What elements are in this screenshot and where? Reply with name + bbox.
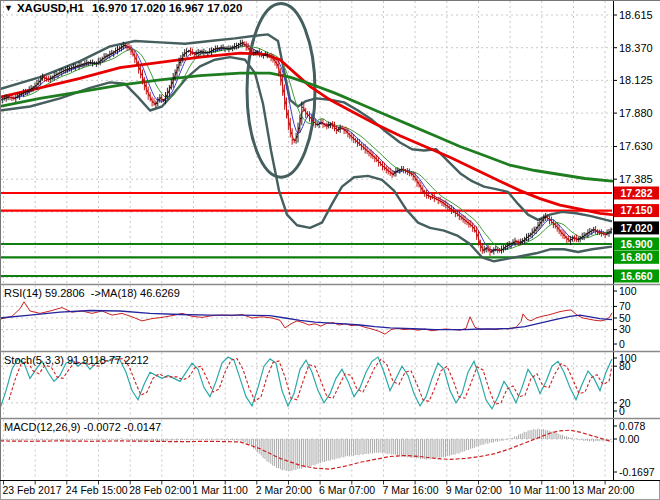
rsi-tick-label: 70 [619, 300, 631, 312]
ma-fast-green [24, 46, 612, 250]
macd-histogram [2, 429, 611, 471]
stoch-tick-label: 80 [619, 360, 631, 372]
macd-tick-label: 0.00 [619, 433, 640, 445]
rsi-tick-label: 100 [619, 285, 637, 297]
price-badge-label: 16.900 [620, 238, 652, 250]
time-axis-label: 1 Mar 11:00 [193, 484, 248, 496]
price-tick-label: 18.370 [619, 42, 653, 54]
stoch-tick-label: 0 [619, 405, 625, 417]
price-tick-label: 17.385 [619, 173, 653, 185]
time-axis-label: 13 Mar 20:00 [573, 484, 635, 496]
time-axis-label: 6 Mar 07:00 [319, 484, 375, 496]
chart-window: 18.61518.37018.12517.88017.63017.3851007… [0, 0, 660, 500]
price-tick-label: 17.880 [619, 107, 653, 119]
rsi-tick-label: 30 [619, 323, 631, 335]
bollinger-lower-band [0, 57, 612, 261]
rsi-tick-label: 50 [619, 312, 631, 324]
time-axis-label: 2 Mar 20:00 [256, 484, 312, 496]
macd-tick-label: -0.1697 [619, 466, 655, 478]
ma-slow-green [0, 73, 612, 181]
stochastic-d-line [9, 359, 612, 405]
time-axis-label: 9 Mar 02:00 [446, 484, 502, 496]
price-badge-label: 17.150 [620, 204, 652, 216]
price-tick-label: 18.125 [619, 74, 653, 86]
ma-slow-red [0, 53, 612, 215]
time-axis-label: 7 Mar 16:00 [383, 484, 439, 496]
time-axis-label: 24 Feb 15:00 [66, 484, 128, 496]
time-axis-label: 23 Feb 2017 [3, 484, 62, 496]
price-badge-label: 17.020 [620, 222, 652, 234]
price-tick-label: 17.630 [619, 140, 653, 152]
rsi-tick-label: 0 [619, 338, 625, 350]
price-badge-label: 17.282 [620, 187, 652, 199]
ma-fast-blue [12, 45, 612, 251]
chart-canvas[interactable]: 18.61518.37018.12517.88017.63017.3851007… [0, 0, 660, 500]
price-badge-label: 16.660 [620, 270, 652, 282]
time-axis-label: 10 Mar 11:00 [509, 484, 570, 496]
stochastic-k-line [0, 357, 612, 409]
price-badge-label: 16.800 [620, 251, 652, 263]
price-tick-label: 18.615 [619, 9, 653, 21]
macd-tick-label: 0.078 [619, 420, 645, 432]
time-axis-label: 28 Feb 02:00 [129, 484, 191, 496]
ellipse-annotation[interactable] [247, 4, 315, 178]
